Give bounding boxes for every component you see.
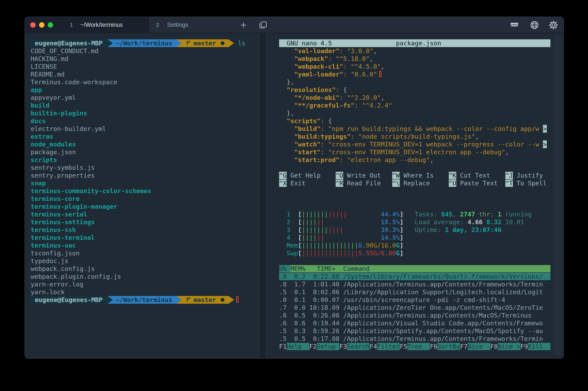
text-token: "^4.2.4" [362,102,392,109]
text-token: : [321,141,324,148]
pane-divider[interactable] [260,33,266,359]
nano-shortcut-row: ^G Get Help ^O Write Out ^W Where Is ^K … [279,172,543,179]
text-token: app [31,86,42,94]
split-pane-button[interactable] [255,17,271,33]
file-entry: snap [31,179,46,187]
git-branch-icon [186,41,191,46]
nano-shortcut-key[interactable]: ^R [336,180,343,187]
text-token: "watch" [294,141,321,148]
text-token [279,156,294,164]
text-token: { [328,117,332,125]
nano-buffer-line: "build:typings": "node scripts/build-typ… [279,133,479,140]
nano-shortcut-key[interactable]: ^O [336,172,343,179]
htop-process-row: .8 1.7 1:01.40 /Applications/Terminus.ap… [279,280,550,288]
nano-shortcut-key[interactable]: ^X [279,180,287,187]
htop-info-line: Load average: 4.66 8.32 10.01 [415,218,524,226]
nano-shortcut-key[interactable]: ^T [505,180,513,187]
text-token: "build:typings" [294,133,351,140]
text-token [279,47,294,55]
nano-buffer-line: "*/node-abi": "^2.20.0", [279,94,385,101]
new-tab-button[interactable] [235,17,252,33]
text-token: terminus-uac [31,242,76,249]
text-token: ||||||||||||||| [302,250,358,257]
nano-shortcut-label: Justify [513,172,543,179]
tab-settings[interactable]: 2 Settings [149,17,250,33]
file-entry: terminus-plugin-manager [31,203,117,210]
file-entry: yarn.lock [31,288,65,296]
close-window-button[interactable] [30,22,36,28]
text-token: : [321,148,324,156]
htop-fkey-bar: F1Help F2Setup F3SearchF4FilterF5Tree F6… [279,343,550,350]
text-token: ] [400,218,403,226]
text-token: |||| [328,226,343,233]
text-token: LICENSE [31,63,57,70]
text-token [441,40,550,47]
text-token: ] [400,242,403,249]
text-token: 1 [279,211,298,218]
text-token: tsconfig.json [31,250,80,257]
text-token: , [475,133,479,140]
file-entry: builtin-plugins [31,109,87,117]
text-token: MEM% TIME+ Command [290,265,550,272]
typed-command: ls [238,39,245,47]
text-token: { [343,86,347,94]
text-token: [ [298,242,301,249]
text-token: : [351,133,355,140]
text-token: "scripts" [287,117,321,125]
nano-shortcut-key[interactable]: ^K [449,172,456,179]
text-token [355,133,358,140]
branch-name: master [193,39,216,47]
nano-shortcut-label: Exit [287,180,305,187]
text-token: "yaml-loader" [294,71,343,78]
nano-buffer-line: "val-loader": "3.0.0", [279,47,377,55]
text-token [279,133,294,140]
text-token: "cross-env TERMINUS_DEV=1 webpack --prog… [328,141,539,148]
text-token: "start" [294,148,321,156]
file-entry: LICENSE [31,63,57,70]
file-entry: webpack.plugin.config.js [31,273,121,280]
powerline-arrow [107,296,113,304]
settings-button[interactable] [545,17,562,33]
file-entry: terminus-terminal [31,234,95,242]
text-token: : [339,47,343,55]
prompt-git-branch: master [182,39,228,47]
text-token: "**/graceful-fs" [294,102,355,109]
nano-shortcut-key[interactable]: ^U [449,180,456,187]
file-entry: terminus-ssh [31,226,76,234]
text-token: F2 [309,343,317,350]
text-token: , [373,47,377,55]
nano-title-bar: GNU nano 4.5 package.json [279,39,550,47]
file-entry: tsconfig.json [31,249,80,257]
nano-shortcut-label: Get Help [287,172,321,179]
text-token: Mem [279,242,298,249]
serial-connections-button[interactable]: IOIOI [506,17,522,33]
nano-shortcut-key[interactable]: ^W [392,172,400,179]
text-token: .0 0.2 0:22.66 /System/Library/Framework… [279,273,550,280]
text-token: "node scripts/build-typings.js" [358,133,475,140]
text-token: F5 [400,343,407,350]
tab-work-terminus[interactable]: 1 ~/Work/terminus [62,17,149,33]
text-token: G [396,242,400,249]
text-token: ; [490,211,498,218]
text-token: .5 0.1 8:02.06 /Library/Application Supp… [279,289,550,296]
file-entry: terminus-core [31,195,80,203]
tab-number: 2 [156,17,159,33]
text-token: |||| [302,234,317,241]
text-token: thr [475,211,490,218]
nano-shortcut-key[interactable]: ^G [279,172,287,179]
prompt-git-branch: master [182,296,228,304]
text-token [324,141,328,148]
file-entry: Terminus.code-workspace [31,78,117,86]
text-token: .7 0.0 10:18.09 /Applications/ZeroTier O… [279,304,550,311]
scrollbar-gutter[interactable] [554,35,562,355]
connections-button[interactable] [526,17,543,33]
zoom-window-button[interactable] [48,22,53,28]
minimize-window-button[interactable] [39,22,44,28]
file-entry: appveyor.yml [31,94,76,101]
nano-shortcut-key[interactable]: ^J [505,172,513,179]
nano-shortcut-key[interactable]: ^\ [392,180,400,187]
branch-name: master [193,296,216,304]
text-token: [ [298,234,301,241]
text-token: Tree [407,343,430,350]
text-token [279,102,294,109]
